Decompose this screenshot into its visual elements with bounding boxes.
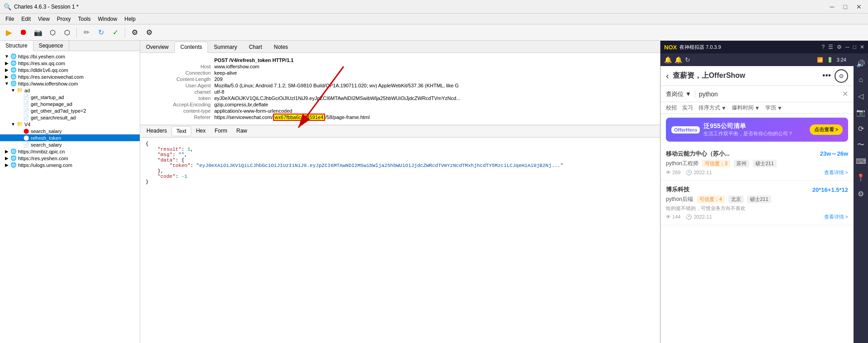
filter-sort[interactable]: 排序方式 ▼ (698, 104, 726, 112)
maximize-button[interactable]: □ (841, 2, 850, 11)
tree-item-mmbiz[interactable]: ▶ 🌐 https://mmbiz.qpic.cn (0, 148, 140, 155)
header-host: Host www.ioffershow.com (147, 64, 653, 69)
expand-icon[interactable]: ▶ (4, 74, 10, 79)
notification-icon-2[interactable]: 🔔 (675, 56, 682, 63)
shake-icon[interactable]: 〜 (854, 138, 867, 151)
nox-close-button[interactable]: ✕ (860, 44, 864, 50)
tab-structure[interactable]: Structure (0, 41, 33, 51)
tab-summary[interactable]: Summary (208, 42, 243, 52)
expand-icon[interactable]: ▶ (4, 162, 10, 167)
start-recording-button[interactable]: ▶ (3, 26, 15, 39)
filter-education[interactable]: 学历 ▼ (765, 104, 783, 112)
resp-tab-raw[interactable]: Raw (232, 126, 252, 136)
job-card-2[interactable]: 博乐科技 20*16+1.5*12 python后端 可信度：4 北京 硕士21… (660, 181, 854, 225)
settings-button[interactable]: ⚙ (128, 26, 141, 39)
tree-item-search-salary-1[interactable]: ▶ ⬤ search_salary (0, 128, 140, 134)
expand-icon[interactable]: ▼ (10, 88, 16, 93)
snapshot-button[interactable]: 📷 (32, 26, 44, 39)
keyboard-icon[interactable]: ⌨ (854, 155, 867, 167)
tree-item-res-wx[interactable]: ▶ 🌐 https://res.wx.qq.com (0, 60, 140, 67)
compose-button[interactable]: ✏ (80, 26, 93, 39)
view-detail-button[interactable]: 查看详情 > (824, 169, 848, 176)
resp-tab-headers[interactable]: Headers (142, 126, 171, 136)
more-button[interactable]: ••• (822, 71, 831, 81)
nox-minimize-button[interactable]: ─ (845, 44, 849, 50)
search-clear-button[interactable]: ✕ (842, 90, 848, 98)
banner-button[interactable]: 点击查看 > (810, 124, 843, 135)
json-line: "token": "eyJ0eXAiOiJKV1QiLCJhbGciOiJIUz… (146, 163, 655, 168)
reliability-tag: 可信度：3 (702, 160, 730, 167)
android-home-icon[interactable]: ⌂ (854, 73, 867, 86)
back-button[interactable]: ‹ (666, 71, 669, 81)
tree-item-bi-yeshen[interactable]: ▼ 🌐 https://bi.yeshen.com (0, 53, 140, 60)
tree-label: get_other_ad?ad_type=2 (31, 108, 86, 114)
menu-edit[interactable]: Edit (18, 15, 34, 23)
tree-item-ioffershow[interactable]: ▼ 🌐 https://www.ioffershow.com (0, 80, 140, 87)
menu-file[interactable]: File (2, 15, 18, 23)
tab-overview[interactable]: Overview (140, 42, 175, 52)
location-icon[interactable]: 📍 (854, 171, 867, 184)
settings-icon[interactable]: ⚙ (854, 187, 867, 200)
refresh-icon[interactable]: ↻ (685, 56, 690, 63)
expand-icon[interactable]: ▶ (4, 156, 10, 161)
tree-item-ad[interactable]: ▼ 📁 ad (0, 87, 140, 94)
search-dropdown[interactable]: 查岗位 ▼ (666, 90, 695, 98)
filter-internship[interactable]: 实习 (682, 104, 693, 112)
resp-tab-hex[interactable]: Hex (191, 126, 210, 136)
expand-icon[interactable]: ▶ (4, 67, 10, 72)
volume-icon[interactable]: 🔊 (854, 57, 867, 70)
nox-settings-icon[interactable]: ⚙ (837, 44, 842, 50)
close-button[interactable]: ✕ (854, 2, 864, 11)
menu-tools[interactable]: Tools (75, 15, 94, 23)
expand-icon[interactable]: ▼ (4, 81, 10, 86)
tree-item-v4[interactable]: ▼ 📁 V4 (0, 121, 140, 128)
expand-icon[interactable]: ▶ (4, 61, 10, 66)
tree-item-get-startup[interactable]: ▶ 📄 get_startup_ad (0, 94, 140, 100)
minimize-button[interactable]: ─ (827, 2, 837, 11)
record-button[interactable]: ⊙ (835, 69, 848, 83)
left-panel: Structure Sequence ▼ 🌐 https://bi.yeshen… (0, 41, 140, 343)
menu-help[interactable]: Help (121, 15, 139, 23)
expand-icon[interactable]: ▼ (4, 54, 10, 59)
refresh-button[interactable]: ↻ (94, 26, 107, 39)
tree-item-res-yeshen[interactable]: ▶ 🌐 https://res.yeshen.com (0, 155, 140, 162)
tab-sequence[interactable]: Sequence (33, 41, 69, 51)
nox-help-icon[interactable]: ? (822, 44, 825, 50)
resp-tab-text[interactable]: Text (171, 126, 191, 136)
tree-item-ulogs[interactable]: ▶ 🌐 https://ulogs.umeng.com (0, 162, 140, 168)
expand-icon[interactable]: ▶ (4, 149, 10, 154)
tab-chart[interactable]: Chart (243, 42, 268, 52)
search-input[interactable]: python (699, 91, 839, 98)
job-card-1[interactable]: 移动云能力中心（苏小... 23w～26w python工程师 可信度：3 苏州… (660, 145, 854, 181)
filter-time[interactable]: 爆料时间 ▼ (732, 104, 760, 112)
notification-icon[interactable]: 🔔 (664, 56, 672, 63)
filter-campus[interactable]: 校招 (666, 104, 677, 112)
tree-item-dldir[interactable]: ▶ 🌐 https://dldir1v6.qq.com (0, 67, 140, 73)
menu-window[interactable]: Window (94, 15, 121, 23)
tree-label: https://res.yeshen.com (18, 156, 68, 161)
resp-tab-form[interactable]: Form (210, 126, 232, 136)
tools-button[interactable]: ⚙ (143, 26, 156, 39)
tree-item-search-salary-2[interactable]: ▶ 📄 search_salary (0, 141, 140, 148)
screenshot-icon[interactable]: 📷 (854, 106, 867, 119)
view-detail-button[interactable]: 查看详情 > (824, 214, 848, 220)
nox-menu-icon[interactable]: ☰ (828, 44, 833, 50)
tree-item-service[interactable]: ▶ 🌐 https://res.servicewechat.com (0, 73, 140, 80)
tab-notes[interactable]: Notes (268, 42, 294, 52)
back-nav-icon[interactable]: ◁ (854, 90, 867, 102)
tree-item-get-homepage[interactable]: ▶ 📄 get_homepage_ad (0, 100, 140, 107)
tree-item-refresh-token[interactable]: ▶ ⬤ refresh_token (0, 134, 140, 141)
tree-item-get-other[interactable]: ▶ 📄 get_other_ad?ad_type=2 (0, 107, 140, 114)
validate-button[interactable]: ✓ (109, 26, 122, 39)
breakpoints-button[interactable]: ⬡ (61, 26, 73, 39)
nox-maximize-button[interactable]: □ (853, 44, 856, 50)
promo-banner[interactable]: OfferHero 泛955公司清单 生活工作双平衡，是否有你心怡的公司？ 点击… (666, 118, 848, 142)
tree-item-get-search[interactable]: ▶ 📄 get_searchresult_ad (0, 114, 140, 121)
menu-proxy[interactable]: Proxy (53, 15, 75, 23)
tab-contents[interactable]: Contents (175, 42, 208, 53)
throttle-button[interactable]: ⬡ (46, 26, 59, 39)
menu-view[interactable]: View (34, 15, 53, 23)
rotate-icon[interactable]: ⟳ (854, 122, 867, 135)
expand-icon[interactable]: ▼ (10, 122, 16, 127)
stop-recording-button[interactable]: ⏺ (17, 26, 30, 39)
